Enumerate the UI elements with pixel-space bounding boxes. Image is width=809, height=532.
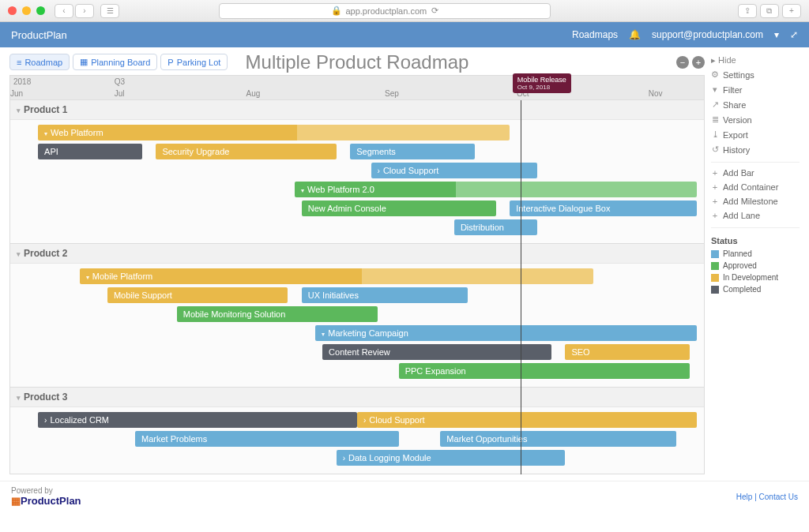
legend-label: Planned [723,249,752,258]
roadmap-bar[interactable]: Cloud Support [371,163,538,178]
legend-swatch [711,250,719,258]
today-line [521,100,521,474]
menu-history[interactable]: ↺History [711,142,800,157]
menu-share[interactable]: ↗Share [711,97,800,112]
lane-header[interactable]: Product 3 [10,388,704,407]
legend-planned: Planned [711,248,800,260]
menu-label: Filter [723,85,742,95]
roadmap-bar[interactable]: Market Opportunities [440,431,676,447]
url-text: app.productplan.com [345,6,427,16]
back-button[interactable]: ‹ [55,4,73,18]
timeline-month: Jul [115,89,125,98]
menu-settings[interactable]: ⚙Settings [711,67,800,82]
roadmap-bar[interactable]: PPC Expansion [399,363,690,379]
hide-panel-button[interactable]: ▸ Hide [711,54,800,67]
roadmap-bar[interactable]: Market Problems [135,431,399,447]
menu-label: Export [723,130,748,140]
new-tab-button[interactable]: + [782,4,801,18]
account-email[interactable]: support@productplan.com [652,29,763,40]
add-milestone-icon: + [711,197,719,206]
bar-row: Marketing Campaign [10,325,704,343]
roadmap-bar[interactable]: SEO [565,344,690,360]
main-roadmap: ≡Roadmap ▦Planning Board PParking Lot Mu… [9,54,705,474]
lane-header[interactable]: Product 1 [10,100,704,120]
address-bar[interactable]: 🔒 app.productplan.com ⟳ [219,3,551,19]
container-bar[interactable]: Web Platform 2.0 [295,182,697,197]
legend-approved: Approved [711,260,800,272]
history-icon: ↺ [711,144,719,155]
container-bar[interactable]: Mobile Platform [80,268,593,284]
add-add-bar[interactable]: +Add Bar [711,166,800,180]
minimize-icon[interactable] [22,6,31,15]
legend-completed: Completed [711,283,800,295]
roadmap-icon: ≡ [17,58,21,67]
window-controls[interactable] [8,6,45,15]
help-link[interactable]: Help [736,493,753,501]
browser-chrome: ‹ › ☰ 🔒 app.productplan.com ⟳ ⇪ ⧉ + [0,0,809,22]
bar-row: Market ProblemsMarket Opportunities [10,431,704,448]
roadmap-bar[interactable]: Security Upgrade [156,144,336,159]
zoom-out-button[interactable]: − [676,56,689,69]
timeline-axis[interactable]: 2018 Q3Q4 JunJulAugSepOctNov [9,75,705,100]
bar-row: Mobile Monitoring Solution [10,306,704,324]
menu-filter[interactable]: ▾Filter [711,82,800,97]
roadmap-bar[interactable]: Interactive Dialogue Box [510,200,697,216]
milestone-marker[interactable]: Mobile Release Oct 9, 2018 [513,73,571,93]
tab-planning-board[interactable]: ▦Planning Board [73,54,157,70]
menu-export[interactable]: ⤓Export [711,127,800,142]
timeline-month: Jun [10,89,23,98]
chevron-down-icon[interactable]: ▾ [774,29,779,40]
roadmap-bar[interactable]: Data Logging Module [337,450,566,466]
add-lane-icon: + [711,211,719,220]
timeline-month: Aug [246,89,261,98]
app-header: ProductPlan Roadmaps 🔔 support@productpl… [0,22,809,47]
expand-icon[interactable]: ⤢ [790,29,798,40]
bar-row: New Admin ConsoleInteractive Dialogue Bo… [10,200,704,218]
reload-icon[interactable]: ⟳ [431,6,438,16]
add-add-lane[interactable]: +Add Lane [711,208,800,223]
sidebar-button[interactable]: ☰ [100,4,119,18]
lane-body: Mobile PlatformMobile SupportUX Initiati… [10,264,704,387]
lane: Product 3Localized CRMCloud SupportMarke… [9,388,705,474]
lanes-container: Mobile Release Oct 9, 2018 Product 1Web … [9,100,705,474]
add-add-container[interactable]: +Add Container [711,180,800,194]
fullscreen-icon[interactable] [36,6,45,15]
nav-roadmaps[interactable]: Roadmaps [572,29,618,40]
tabs-button[interactable]: ⧉ [760,4,779,18]
menu-version[interactable]: ≣Version [711,112,800,127]
roadmap-bar[interactable]: UX Initiatives [302,287,468,303]
add-add-milestone[interactable]: +Add Milestone [711,194,800,208]
share-button[interactable]: ⇪ [738,4,757,18]
milestone-title: Mobile Release [517,76,566,84]
close-icon[interactable] [8,6,17,15]
roadmap-bar[interactable]: Content Review [322,344,551,360]
right-panel: ▸ Hide ⚙Settings▾Filter↗Share≣Version⤓Ex… [705,54,800,474]
roadmap-bar[interactable]: Localized CRM [38,412,357,428]
bar-row: Mobile Platform [10,268,704,286]
container-bar[interactable]: Web Platform [38,125,510,140]
container-bar[interactable]: Marketing Campaign [315,325,697,341]
roadmap-bar[interactable]: Distribution [454,219,537,235]
lane-header[interactable]: Product 2 [10,244,704,264]
roadmap-bar[interactable]: Mobile Monitoring Solution [177,306,378,322]
tab-parking-lot[interactable]: PParking Lot [160,54,228,70]
bell-icon[interactable]: 🔔 [629,29,641,40]
roadmap-bar[interactable]: New Admin Console [302,200,496,216]
parking-icon: P [167,58,173,67]
timeline-month: Sep [385,89,399,98]
footer-logo[interactable]: ▦ProductPlan [11,495,81,507]
roadmap-bar[interactable]: API [38,144,142,159]
contact-link[interactable]: Contact Us [759,493,798,501]
roadmap-bar[interactable]: Segments [350,144,475,159]
roadmap-bar[interactable]: Mobile Support [107,287,288,303]
bar-row: Mobile SupportUX Initiatives [10,287,704,305]
timeline-month: Nov [649,89,663,98]
legend-in-development: In Development [711,272,800,283]
forward-button[interactable]: › [75,4,94,18]
zoom-in-button[interactable]: + [692,56,705,69]
settings-icon: ⚙ [711,69,719,80]
lane: Product 2Mobile PlatformMobile SupportUX… [9,244,705,388]
tab-roadmap[interactable]: ≡Roadmap [9,54,70,70]
roadmap-bar[interactable]: Cloud Support [357,412,697,428]
brand[interactable]: ProductPlan [11,29,67,41]
